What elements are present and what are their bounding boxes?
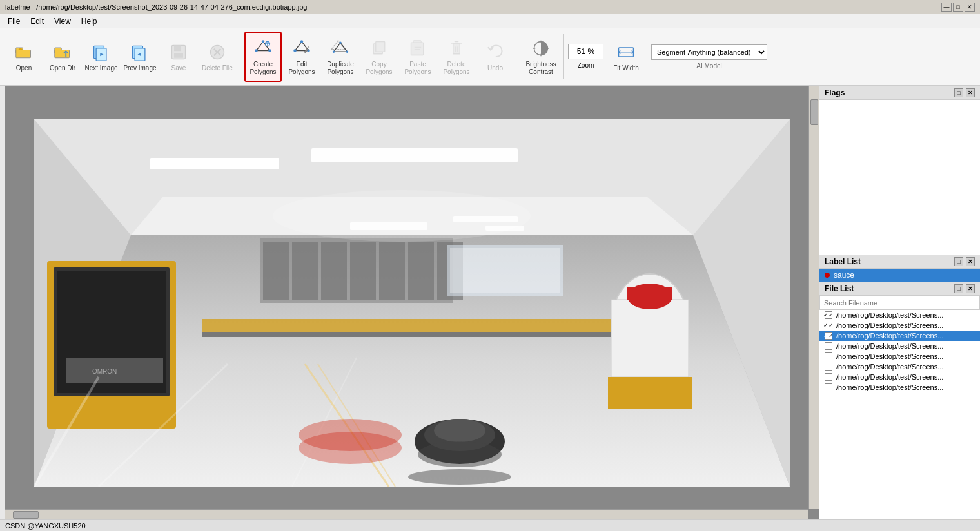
zoom-label: Zoom — [578, 62, 594, 70]
file-checkbox-5[interactable] — [825, 352, 832, 360]
save-button[interactable]: Save — [160, 32, 197, 82]
canvas-area[interactable]: OMRON — [0, 86, 819, 519]
svg-point-91 — [408, 469, 511, 485]
menu-edit[interactable]: Edit — [25, 15, 49, 27]
separator-2 — [518, 34, 518, 79]
delete-file-button[interactable]: Delete File — [199, 32, 236, 82]
fit-width-button[interactable]: Fit Width — [607, 32, 645, 82]
open-dir-button[interactable]: Open Dir — [44, 32, 81, 82]
svg-rect-1 — [16, 50, 31, 57]
svg-rect-69 — [202, 332, 653, 337]
svg-rect-64 — [350, 242, 376, 300]
svg-point-90 — [299, 432, 402, 464]
flags-float-button[interactable]: □ — [954, 88, 963, 97]
ai-model-select[interactable]: Segment-Anything (balanced) Segment-Anyt… — [651, 44, 767, 60]
copy-polygons-button[interactable]: Copy Polygons — [360, 32, 398, 82]
file-checkbox-7[interactable] — [825, 373, 832, 381]
svg-rect-9 — [174, 45, 181, 51]
menu-file[interactable]: File — [3, 15, 25, 27]
horizontal-scrollbar[interactable] — [0, 509, 808, 519]
next-image-label: Next Image — [84, 64, 117, 72]
brightness-contrast-button[interactable]: Brightness Contrast — [522, 32, 560, 82]
file-item-3[interactable]: ✓ /home/rog/Desktop/test/Screens... — [819, 331, 980, 341]
create-polygons-button[interactable]: Create Polygons — [244, 32, 282, 82]
label-dot-sauce — [825, 273, 830, 278]
paste-polygons-button[interactable]: Paste Polygons — [399, 32, 436, 82]
file-path-3: /home/rog/Desktop/test/Screens... — [836, 332, 943, 340]
prev-image-icon — [130, 42, 150, 63]
fit-width-icon — [616, 42, 636, 63]
file-item-5[interactable]: /home/rog/Desktop/test/Screens... — [819, 351, 980, 362]
edit-polygons-label: Edit Polygons — [285, 61, 318, 76]
svg-rect-78 — [627, 287, 672, 300]
prev-image-button[interactable]: Prev Image — [121, 32, 159, 82]
duplicate-polygons-button[interactable]: Duplicate Polygons — [322, 32, 359, 82]
horizontal-scroll-thumb[interactable] — [13, 511, 39, 519]
svg-rect-55 — [150, 158, 279, 169]
file-list-section: File List □ ✕ ✓ /home/rog/Desktop/test/S… — [819, 282, 980, 519]
prev-image-label: Prev Image — [123, 64, 156, 72]
delete-polygons-label: Delete Polygons — [440, 61, 473, 76]
next-image-button[interactable]: Next Image — [83, 32, 120, 82]
brightness-contrast-label: Brightness Contrast — [524, 61, 558, 76]
svg-point-82 — [434, 419, 485, 442]
undo-button[interactable]: Undo — [476, 32, 514, 82]
open-button[interactable]: Open — [5, 32, 43, 82]
svg-point-22 — [300, 40, 303, 43]
delete-polygons-button[interactable]: Delete Polygons — [438, 32, 475, 82]
create-polygons-icon — [253, 38, 273, 59]
zoom-input[interactable] — [568, 44, 603, 59]
svg-rect-56 — [311, 148, 518, 162]
label-item-sauce[interactable]: sauce — [819, 269, 980, 282]
status-bar: CSDN @YANGXUSH520 — [0, 519, 980, 531]
file-item-4[interactable]: /home/rog/Desktop/test/Screens... — [819, 341, 980, 351]
svg-rect-76 — [611, 300, 689, 377]
flags-header-buttons: □ ✕ — [954, 88, 975, 97]
menu-view[interactable]: View — [49, 15, 76, 27]
file-item-8[interactable]: /home/rog/Desktop/test/Screens... — [819, 382, 980, 392]
file-item-7[interactable]: /home/rog/Desktop/test/Screens... — [819, 372, 980, 382]
maximize-button[interactable]: □ — [953, 3, 963, 12]
file-checkbox-6[interactable] — [825, 363, 832, 371]
file-checkbox-3[interactable]: ✓ — [825, 332, 832, 340]
vertical-scrollbar[interactable] — [808, 86, 819, 509]
window-controls: — □ ✕ — [941, 3, 975, 12]
label-list-header-buttons: □ ✕ — [954, 257, 975, 266]
file-list-close-button[interactable]: ✕ — [966, 284, 975, 293]
svg-point-28 — [346, 50, 349, 53]
vertical-scroll-thumb[interactable] — [810, 99, 818, 125]
ai-model-label: AI Model — [696, 63, 721, 70]
main-area: OMRON — [0, 86, 980, 519]
svg-text:OMRON: OMRON — [92, 368, 117, 375]
file-item-1[interactable]: ✓ /home/rog/Desktop/test/Screens... — [819, 310, 980, 320]
svg-rect-63 — [321, 242, 347, 300]
minimize-button[interactable]: — — [941, 3, 952, 12]
svg-rect-3 — [55, 50, 70, 57]
copy-polygons-icon — [369, 38, 389, 59]
undo-label: Undo — [487, 64, 503, 72]
svg-point-15 — [262, 40, 264, 43]
edit-polygons-button[interactable]: Edit Polygons — [283, 32, 320, 82]
file-list-float-button[interactable]: □ — [954, 284, 963, 293]
file-checkbox-1[interactable]: ✓ — [825, 311, 832, 319]
file-checkbox-4[interactable] — [825, 342, 832, 350]
close-button[interactable]: ✕ — [965, 3, 975, 12]
separator-3 — [564, 34, 564, 79]
menu-help[interactable]: Help — [76, 15, 103, 27]
search-filename-input[interactable] — [819, 296, 980, 310]
label-list-close-button[interactable]: ✕ — [966, 257, 975, 266]
paste-polygons-icon — [407, 38, 428, 59]
file-path-6: /home/rog/Desktop/test/Screens... — [836, 363, 943, 371]
flags-header: Flags □ ✕ — [819, 86, 980, 100]
label-list-float-button[interactable]: □ — [954, 257, 963, 266]
file-item-2[interactable]: ✓ /home/rog/Desktop/test/Screens... — [819, 320, 980, 331]
brightness-contrast-icon — [531, 38, 551, 59]
svg-point-17 — [255, 49, 257, 52]
file-list-content: ✓ /home/rog/Desktop/test/Screens... ✓ /h… — [819, 296, 980, 519]
file-item-6[interactable]: /home/rog/Desktop/test/Screens... — [819, 362, 980, 372]
delete-polygons-icon — [446, 38, 467, 59]
file-checkbox-8[interactable] — [825, 383, 832, 391]
delete-file-icon — [207, 42, 228, 63]
file-checkbox-2[interactable]: ✓ — [825, 322, 832, 329]
flags-close-button[interactable]: ✕ — [966, 88, 975, 97]
